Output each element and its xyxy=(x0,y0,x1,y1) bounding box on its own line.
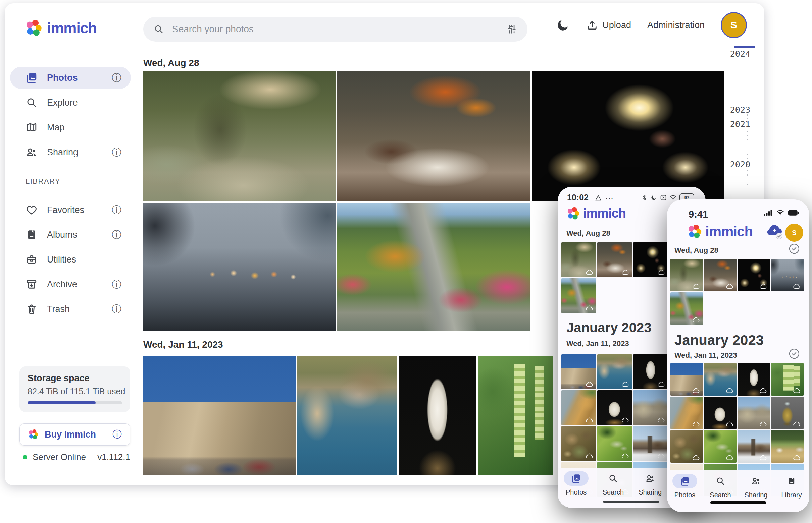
dark-mode-moon-icon[interactable] xyxy=(556,18,570,32)
sidebar-item-favorites[interactable]: Favorites ⓘ xyxy=(10,199,131,221)
filter-icon[interactable] xyxy=(506,23,517,35)
info-icon[interactable]: ⓘ xyxy=(112,230,121,240)
phone1-nav-sharing[interactable]: Sharing xyxy=(634,471,667,496)
select-day-check-icon[interactable] xyxy=(789,348,800,359)
photo-dinner-thumbnail[interactable] xyxy=(704,259,737,291)
photo-ruin-thumbnail[interactable] xyxy=(633,390,668,425)
phone2-nav-sharing[interactable]: Sharing xyxy=(739,474,773,499)
search-icon xyxy=(608,473,618,484)
photo-path-thumbnail[interactable] xyxy=(337,203,530,330)
photo-dinner-thumbnail[interactable] xyxy=(337,71,530,201)
phone1-nav-photos[interactable]: Photos xyxy=(559,471,593,496)
sidebar-item-photos[interactable]: Photos ⓘ xyxy=(10,67,131,89)
ellipsis-icon: ⋯ xyxy=(605,194,614,203)
photo-lizard2-thumbnail[interactable] xyxy=(704,430,737,463)
photo-ornate-thumbnail[interactable] xyxy=(771,397,804,429)
photo-coast-thumbnail[interactable] xyxy=(597,354,632,389)
cloud-icon xyxy=(726,387,734,394)
photo-winter-thumbnail[interactable] xyxy=(633,426,668,461)
phone1-date-header-jan: Wed, Jan 11, 2023 xyxy=(566,339,629,348)
phone1-home-indicator[interactable] xyxy=(603,501,659,503)
photo-fireworks-thumbnail[interactable] xyxy=(633,242,668,277)
cloud-icon xyxy=(692,387,701,394)
photo-zoo-thumbnail[interactable] xyxy=(562,242,596,277)
info-icon[interactable]: ⓘ xyxy=(112,279,121,289)
phone1-nav-search[interactable]: Search xyxy=(596,471,630,496)
photo-ruin-thumbnail[interactable] xyxy=(738,397,770,429)
date-header-jan: Wed, Jan 11, 2023 xyxy=(143,339,223,350)
sidebar-item-explore[interactable]: Explore xyxy=(10,92,131,114)
photo-berries-thumbnail[interactable] xyxy=(771,363,804,396)
sidebar-item-archive[interactable]: Archive ⓘ xyxy=(10,273,131,295)
phone2-nav-library[interactable]: Library xyxy=(775,474,808,499)
cloud-icon xyxy=(692,421,701,427)
buy-immich-button[interactable]: Buy Immich ⓘ xyxy=(19,423,130,446)
user-avatar[interactable]: S xyxy=(721,12,747,38)
archive-icon xyxy=(25,278,38,290)
photo-winter-thumbnail[interactable] xyxy=(738,430,770,463)
photo-fireworks-thumbnail[interactable] xyxy=(738,259,770,291)
info-icon[interactable]: ⓘ xyxy=(112,205,121,215)
select-day-check-icon[interactable] xyxy=(789,243,800,254)
photo-hands-thumbnail[interactable] xyxy=(771,259,804,291)
photo-bust-thumbnail[interactable] xyxy=(399,356,476,475)
timeline-position-indicator[interactable] xyxy=(734,46,755,48)
photo-fortress-thumbnail[interactable] xyxy=(143,356,296,475)
immich-flower-icon xyxy=(687,224,702,239)
photo-bust-thumbnail[interactable] xyxy=(633,354,668,389)
sidebar-item-sharing[interactable]: Sharing ⓘ xyxy=(10,141,131,163)
phone2-immich-logo: immich xyxy=(687,223,753,240)
phone2-home-indicator[interactable] xyxy=(710,501,766,504)
photo-bust-thumbnail[interactable] xyxy=(738,363,770,396)
info-icon[interactable]: ⓘ xyxy=(112,304,121,314)
photo-coast-thumbnail[interactable] xyxy=(297,356,397,475)
administration-link[interactable]: Administration xyxy=(647,20,705,31)
photo-sculpt2-thumbnail[interactable] xyxy=(704,397,737,429)
cloud-icon xyxy=(759,283,768,289)
immich-logo[interactable]: immich xyxy=(25,19,97,37)
photo-zoo-thumbnail[interactable] xyxy=(143,71,335,201)
timeline-year-2020[interactable]: 2020 xyxy=(730,160,750,169)
photo-dinner-thumbnail[interactable] xyxy=(597,242,632,277)
photo-coast-thumbnail[interactable] xyxy=(704,363,737,396)
photo-lizard2-thumbnail[interactable] xyxy=(597,426,632,461)
phone2-user-avatar[interactable]: S xyxy=(785,223,803,242)
sidebar-item-utilities[interactable]: Utilities xyxy=(10,249,131,271)
photo-lizard1-thumbnail[interactable] xyxy=(562,426,596,461)
cloud-icon xyxy=(586,269,594,275)
cloud-icon xyxy=(621,381,630,387)
info-icon[interactable]: ⓘ xyxy=(112,73,121,83)
photo-hands-thumbnail[interactable] xyxy=(143,203,335,330)
photo-path-thumbnail[interactable] xyxy=(670,292,703,325)
photo-farm-thumbnail[interactable] xyxy=(771,430,804,463)
upload-button[interactable]: Upload xyxy=(586,19,631,31)
timeline-year-2024[interactable]: 2024 xyxy=(730,49,750,59)
sidebar-item-albums[interactable]: Albums ⓘ xyxy=(10,223,131,246)
timeline-year-2023[interactable]: 2023 xyxy=(730,105,750,115)
phone2-nav-search[interactable]: Search xyxy=(704,474,737,499)
photo-lizard1-thumbnail[interactable] xyxy=(670,430,703,463)
cloud-icon xyxy=(586,305,594,311)
photo-zoo-thumbnail[interactable] xyxy=(670,259,703,291)
cloud-sync-button[interactable] xyxy=(766,224,784,240)
release-triangle-icon xyxy=(594,195,602,202)
cloud-icon xyxy=(793,455,801,461)
photo-beach-thumbnail[interactable] xyxy=(670,397,703,429)
photo-fortress-thumbnail[interactable] xyxy=(670,363,703,396)
info-icon[interactable]: ⓘ xyxy=(112,147,121,157)
sidebar-item-map[interactable]: Map xyxy=(10,116,131,139)
photo-fireworks-thumbnail[interactable] xyxy=(532,71,724,201)
upload-icon xyxy=(586,19,598,31)
photo-path-thumbnail[interactable] xyxy=(562,278,596,313)
photo-beach-thumbnail[interactable] xyxy=(562,390,596,425)
sidebar-item-trash[interactable]: Trash ⓘ xyxy=(10,298,131,320)
search-input[interactable]: Search your photos xyxy=(172,24,506,35)
cloud-icon xyxy=(793,283,801,289)
photo-fortress-thumbnail[interactable] xyxy=(562,354,596,389)
immich-flower-icon xyxy=(25,19,42,37)
phone2-nav-photos[interactable]: Photos xyxy=(668,474,702,499)
photo-sculpt2-thumbnail[interactable] xyxy=(597,390,632,425)
app-title: immich xyxy=(47,20,97,37)
search-bar[interactable]: Search your photos xyxy=(143,17,528,41)
photo-berries-thumbnail[interactable] xyxy=(478,356,553,475)
